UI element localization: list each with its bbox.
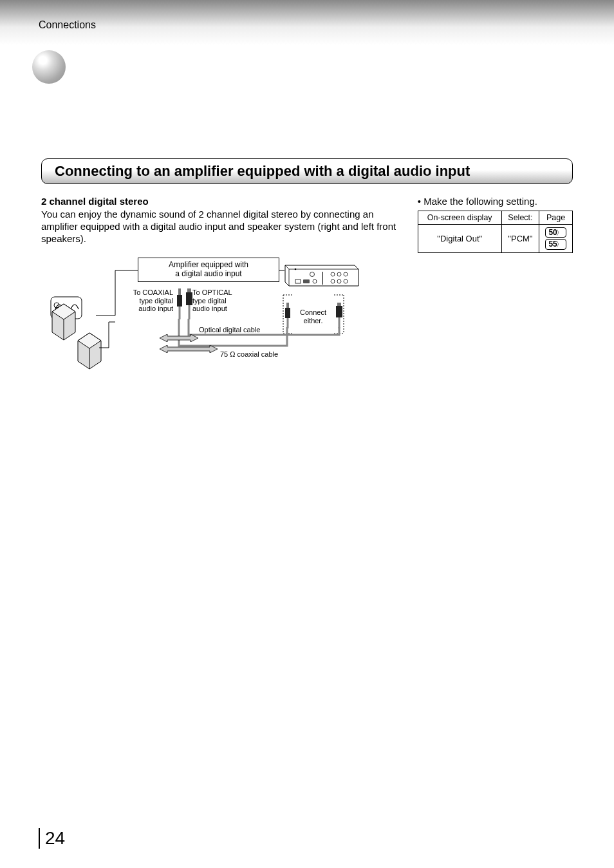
svg-rect-25 xyxy=(189,305,191,319)
optical-cable-label: Optical digital cable xyxy=(199,326,260,334)
connect-either-label: Connect either. xyxy=(295,308,331,325)
coaxial-plug-left-icon xyxy=(176,288,183,322)
speaker-right-icon xyxy=(77,332,102,370)
optical-plug-left-icon xyxy=(186,288,192,322)
svg-rect-24 xyxy=(186,292,192,305)
svg-rect-22 xyxy=(179,307,181,319)
svg-rect-29 xyxy=(337,303,341,306)
svg-marker-32 xyxy=(160,334,198,342)
svg-rect-13 xyxy=(303,279,310,283)
title-bar: Connecting to an amplifier equipped with… xyxy=(41,158,573,184)
title-text: Connecting to an amplifier equipped with… xyxy=(55,163,470,180)
coaxial-cable-arrow-icon xyxy=(160,344,218,355)
speaker-left-icon xyxy=(51,303,77,341)
svg-rect-21 xyxy=(177,295,182,307)
th-select: Select: xyxy=(501,211,539,225)
subheading: 2 channel digital stereo xyxy=(41,196,398,207)
coaxial-cable-label: 75 Ω coaxial cable xyxy=(220,350,278,358)
svg-rect-27 xyxy=(285,308,290,318)
td-page: 50〉 55〉 xyxy=(539,225,573,253)
optical-label: To OPTICAL type digital audio input xyxy=(192,288,237,313)
body-text: You can enjoy the dynamic sound of 2 cha… xyxy=(41,209,398,245)
settings-table: On-screen display Select: Page "Digital … xyxy=(418,211,573,253)
amplifier-label-box: Amplifier equipped with a digital audio … xyxy=(138,258,279,282)
svg-rect-26 xyxy=(286,303,289,308)
th-osd: On-screen display xyxy=(418,211,501,225)
svg-rect-23 xyxy=(187,288,191,292)
svg-rect-18 xyxy=(322,272,323,285)
td-osd: "Digital Out" xyxy=(418,225,501,253)
svg-marker-33 xyxy=(160,345,218,353)
svg-rect-28 xyxy=(287,318,289,328)
amplifier-rear-panel-icon xyxy=(283,263,360,301)
coaxial-plug-right-icon xyxy=(284,303,291,331)
connection-diagram: Amplifier equipped with a digital audio … xyxy=(41,258,389,373)
right-column: Make the following setting. On-screen di… xyxy=(418,196,573,253)
sphere-icon xyxy=(32,50,66,84)
svg-rect-31 xyxy=(339,317,340,328)
amp-box-line1: Amplifier equipped with xyxy=(138,261,279,270)
page-badge-50: 50〉 xyxy=(545,227,566,238)
svg-rect-20 xyxy=(178,288,181,295)
th-page: Page xyxy=(539,211,573,225)
table-header-row: On-screen display Select: Page xyxy=(418,211,572,225)
table-row: "Digital Out" "PCM" 50〉 55〉 xyxy=(418,225,572,253)
page-number: 24 xyxy=(39,828,65,849)
svg-point-19 xyxy=(295,269,297,270)
page-badge-55: 55〉 xyxy=(545,239,566,249)
svg-rect-30 xyxy=(336,306,342,317)
coaxial-label: To COAXIAL type digital audio input xyxy=(125,288,173,313)
optical-cable-arrow-icon xyxy=(160,333,198,344)
bullet-setting: Make the following setting. xyxy=(418,196,573,207)
amp-box-line2: a digital audio input xyxy=(138,270,279,279)
optical-plug-right-icon xyxy=(336,303,342,331)
td-select: "PCM" xyxy=(501,225,539,253)
left-column: 2 channel digital stereo You can enjoy t… xyxy=(41,196,398,253)
section-header: Connections xyxy=(39,19,96,31)
